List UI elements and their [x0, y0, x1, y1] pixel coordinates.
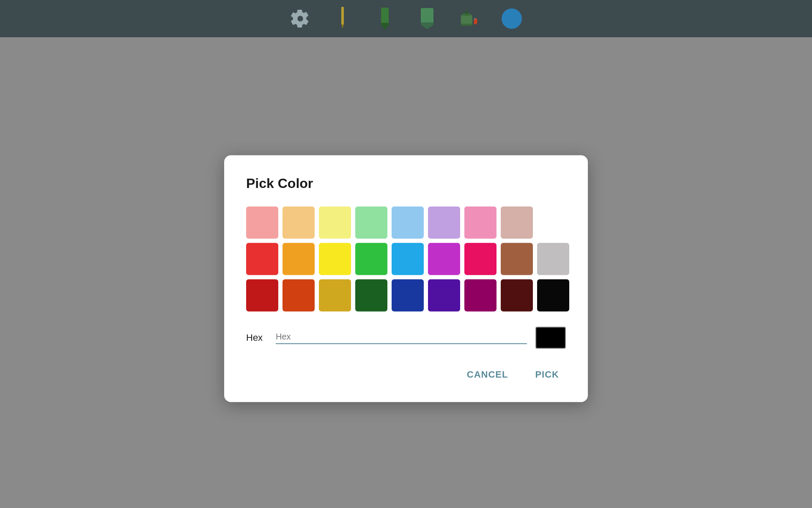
paint-bucket-icon[interactable] — [458, 8, 480, 30]
color-swatch-light-green[interactable] — [355, 207, 387, 239]
color-grid — [246, 207, 566, 312]
hex-input-wrapper — [276, 331, 527, 344]
color-swatch-yellow[interactable] — [319, 243, 351, 275]
svg-marker-11 — [461, 24, 472, 26]
color-swatch-light-rose[interactable] — [464, 207, 497, 239]
toolbar — [0, 0, 812, 37]
color-swatch-dark-blue[interactable] — [392, 279, 424, 312]
color-swatch-dark-brown[interactable] — [501, 279, 533, 312]
hex-row: Hex — [246, 327, 566, 349]
color-swatch-black[interactable] — [537, 279, 569, 312]
wide-brush-icon[interactable] — [416, 8, 438, 30]
color-swatch-light-pink[interactable] — [246, 207, 278, 239]
svg-rect-6 — [421, 22, 433, 25]
color-swatch-red[interactable] — [246, 243, 278, 275]
color-swatch-light-taupe[interactable] — [501, 207, 533, 239]
svg-marker-1 — [341, 25, 344, 29]
color-swatch-purple[interactable] — [428, 243, 460, 275]
dialog-title: Pick Color — [246, 176, 566, 191]
color-swatch-light-gray[interactable] — [537, 243, 569, 275]
svg-marker-7 — [421, 25, 433, 29]
color-swatch-light-orange[interactable] — [283, 207, 315, 239]
cancel-button[interactable]: CANCEL — [460, 366, 515, 384]
color-swatch-dark-green[interactable] — [355, 279, 387, 312]
color-swatch-light-blue[interactable] — [392, 207, 424, 239]
pick-button[interactable]: PICK — [528, 366, 566, 384]
svg-rect-8 — [461, 15, 472, 24]
settings-icon[interactable] — [289, 8, 311, 30]
svg-rect-3 — [381, 23, 389, 25]
color-swatch-light-yellow[interactable] — [319, 207, 351, 239]
color-swatch-green[interactable] — [355, 243, 387, 275]
color-swatch-dark-yellow[interactable] — [319, 279, 351, 312]
svg-rect-0 — [341, 7, 344, 25]
circle-shape — [502, 8, 522, 29]
color-swatch-sky-blue[interactable] — [392, 243, 424, 275]
svg-rect-5 — [421, 8, 433, 23]
thin-brush-icon[interactable] — [332, 8, 354, 30]
circle-tool-icon[interactable] — [501, 8, 523, 30]
color-swatch-dark-orange[interactable] — [283, 279, 315, 312]
svg-rect-2 — [381, 8, 389, 24]
color-picker-dialog: Pick Color — [224, 155, 588, 402]
hex-input[interactable] — [276, 331, 527, 341]
color-swatch-brown[interactable] — [501, 243, 533, 275]
medium-brush-icon[interactable] — [374, 8, 396, 30]
dialog-actions: CANCEL PICK — [246, 366, 566, 384]
color-swatch-hot-pink[interactable] — [464, 243, 497, 275]
color-swatch-dark-purple[interactable] — [428, 279, 460, 312]
color-swatch-light-purple[interactable] — [428, 207, 460, 239]
color-swatch-dark-magenta[interactable] — [464, 279, 497, 312]
svg-rect-10 — [466, 10, 467, 14]
svg-marker-4 — [381, 25, 389, 30]
hex-preview — [535, 327, 566, 349]
color-swatch-dark-red[interactable] — [246, 279, 278, 312]
hex-label: Hex — [246, 332, 267, 343]
color-swatch-orange[interactable] — [283, 243, 315, 275]
